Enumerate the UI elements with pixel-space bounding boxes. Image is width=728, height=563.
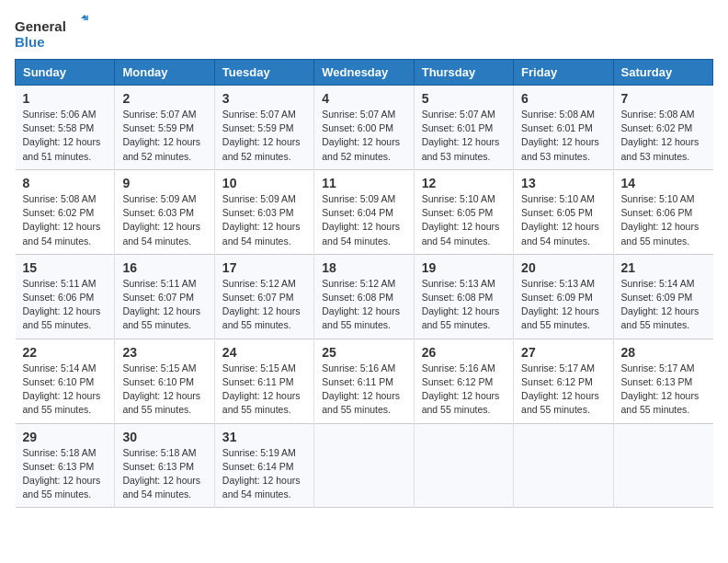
cell-day-29: 29 Sunrise: 5:18 AMSunset: 6:13 PMDaylig… (16, 423, 115, 508)
cell-day-8: 8 Sunrise: 5:08 AMSunset: 6:02 PMDayligh… (16, 169, 115, 254)
cell-day-12: 12 Sunrise: 5:10 AMSunset: 6:05 PMDaylig… (414, 169, 513, 254)
cell-day-13: 13 Sunrise: 5:10 AMSunset: 6:05 PMDaylig… (514, 169, 613, 254)
day-number: 20 (521, 260, 605, 275)
col-friday: Friday (514, 60, 613, 86)
cell-text: Sunrise: 5:18 AMSunset: 6:13 PMDaylight:… (122, 447, 200, 500)
cell-text: Sunrise: 5:12 AMSunset: 6:07 PMDaylight:… (222, 278, 301, 331)
cell-text: Sunrise: 5:13 AMSunset: 6:09 PMDaylight:… (521, 278, 599, 331)
cell-text: Sunrise: 5:07 AMSunset: 6:01 PMDaylight:… (422, 109, 500, 162)
cell-day-11: 11 Sunrise: 5:09 AMSunset: 6:04 PMDaylig… (314, 169, 414, 254)
cell-day-25: 25 Sunrise: 5:16 AMSunset: 6:11 PMDaylig… (314, 339, 414, 423)
day-number: 26 (422, 345, 506, 360)
cell-day-31: 31 Sunrise: 5:19 AMSunset: 6:14 PMDaylig… (214, 423, 313, 508)
cell-day-20: 20 Sunrise: 5:13 AMSunset: 6:09 PMDaylig… (514, 254, 613, 339)
col-tuesday: Tuesday (214, 60, 313, 86)
cell-text: Sunrise: 5:18 AMSunset: 6:13 PMDaylight:… (23, 447, 101, 500)
svg-text:Blue: Blue (15, 34, 45, 50)
cell-day-4: 4 Sunrise: 5:07 AMSunset: 6:00 PMDayligh… (314, 86, 414, 170)
day-number: 28 (621, 345, 706, 360)
header: General Blue (15, 15, 713, 52)
svg-text:General: General (15, 18, 66, 34)
cell-text: Sunrise: 5:08 AMSunset: 6:01 PMDaylight:… (521, 109, 599, 162)
calendar-row-4: 22 Sunrise: 5:14 AMSunset: 6:10 PMDaylig… (16, 339, 713, 423)
cell-day-19: 19 Sunrise: 5:13 AMSunset: 6:08 PMDaylig… (414, 254, 513, 339)
cell-empty (314, 423, 414, 508)
day-number: 11 (322, 176, 405, 190)
logo: General Blue (15, 15, 88, 52)
day-number: 30 (122, 430, 206, 444)
cell-text: Sunrise: 5:15 AMSunset: 6:10 PMDaylight:… (122, 362, 200, 416)
col-saturday: Saturday (613, 60, 712, 86)
cell-text: Sunrise: 5:10 AMSunset: 6:05 PMDaylight:… (422, 193, 500, 247)
day-number: 19 (422, 260, 506, 275)
cell-day-21: 21 Sunrise: 5:14 AMSunset: 6:09 PMDaylig… (613, 254, 712, 339)
cell-day-14: 14 Sunrise: 5:10 AMSunset: 6:06 PMDaylig… (613, 169, 712, 254)
day-number: 8 (23, 176, 108, 190)
cell-day-27: 27 Sunrise: 5:17 AMSunset: 6:12 PMDaylig… (514, 339, 613, 423)
day-number: 18 (322, 260, 405, 275)
cell-text: Sunrise: 5:11 AMSunset: 6:07 PMDaylight:… (122, 278, 200, 331)
cell-day-30: 30 Sunrise: 5:18 AMSunset: 6:13 PMDaylig… (115, 423, 214, 508)
day-number: 6 (521, 91, 605, 106)
day-number: 29 (23, 430, 108, 444)
cell-empty (514, 423, 613, 508)
logo-svg: General Blue (15, 15, 88, 52)
cell-day-26: 26 Sunrise: 5:16 AMSunset: 6:12 PMDaylig… (414, 339, 513, 423)
cell-day-18: 18 Sunrise: 5:12 AMSunset: 6:08 PMDaylig… (314, 254, 414, 339)
cell-text: Sunrise: 5:07 AMSunset: 5:59 PMDaylight:… (122, 109, 200, 162)
col-sunday: Sunday (16, 60, 115, 86)
cell-empty (414, 423, 513, 508)
calendar-row-2: 8 Sunrise: 5:08 AMSunset: 6:02 PMDayligh… (16, 169, 713, 254)
day-number: 31 (222, 430, 306, 444)
day-number: 4 (322, 91, 405, 106)
cell-day-23: 23 Sunrise: 5:15 AMSunset: 6:10 PMDaylig… (115, 339, 214, 423)
day-number: 13 (521, 176, 605, 190)
cell-day-6: 6 Sunrise: 5:08 AMSunset: 6:01 PMDayligh… (514, 86, 613, 170)
cell-text: Sunrise: 5:17 AMSunset: 6:12 PMDaylight:… (521, 362, 599, 416)
cell-text: Sunrise: 5:12 AMSunset: 6:08 PMDaylight:… (322, 278, 400, 331)
cell-text: Sunrise: 5:10 AMSunset: 6:05 PMDaylight:… (521, 193, 599, 247)
day-number: 21 (621, 260, 706, 275)
cell-text: Sunrise: 5:10 AMSunset: 6:06 PMDaylight:… (621, 193, 700, 247)
cell-day-15: 15 Sunrise: 5:11 AMSunset: 6:06 PMDaylig… (16, 254, 115, 339)
cell-empty (613, 423, 712, 508)
cell-text: Sunrise: 5:14 AMSunset: 6:09 PMDaylight:… (621, 278, 700, 331)
day-number: 12 (422, 176, 506, 190)
day-number: 27 (521, 345, 605, 360)
cell-day-5: 5 Sunrise: 5:07 AMSunset: 6:01 PMDayligh… (414, 86, 513, 170)
cell-day-7: 7 Sunrise: 5:08 AMSunset: 6:02 PMDayligh… (613, 86, 712, 170)
col-monday: Monday (115, 60, 214, 86)
day-number: 1 (23, 91, 108, 106)
cell-text: Sunrise: 5:13 AMSunset: 6:08 PMDaylight:… (422, 278, 500, 331)
cell-day-1: 1 Sunrise: 5:06 AMSunset: 5:58 PMDayligh… (16, 86, 115, 170)
col-wednesday: Wednesday (314, 60, 414, 86)
day-number: 25 (322, 345, 405, 360)
day-number: 14 (621, 176, 706, 190)
day-number: 23 (122, 345, 206, 360)
cell-text: Sunrise: 5:09 AMSunset: 6:03 PMDaylight:… (222, 193, 301, 247)
cell-day-2: 2 Sunrise: 5:07 AMSunset: 5:59 PMDayligh… (115, 86, 214, 170)
day-number: 16 (122, 260, 206, 275)
cell-day-3: 3 Sunrise: 5:07 AMSunset: 5:59 PMDayligh… (214, 86, 313, 170)
cell-text: Sunrise: 5:08 AMSunset: 6:02 PMDaylight:… (23, 193, 101, 247)
cell-text: Sunrise: 5:11 AMSunset: 6:06 PMDaylight:… (23, 278, 101, 331)
cell-text: Sunrise: 5:14 AMSunset: 6:10 PMDaylight:… (23, 362, 101, 416)
cell-day-16: 16 Sunrise: 5:11 AMSunset: 6:07 PMDaylig… (115, 254, 214, 339)
cell-day-17: 17 Sunrise: 5:12 AMSunset: 6:07 PMDaylig… (214, 254, 313, 339)
day-number: 24 (222, 345, 306, 360)
cell-text: Sunrise: 5:07 AMSunset: 5:59 PMDaylight:… (222, 109, 301, 162)
cell-day-24: 24 Sunrise: 5:15 AMSunset: 6:11 PMDaylig… (214, 339, 313, 423)
day-number: 22 (23, 345, 108, 360)
cell-day-22: 22 Sunrise: 5:14 AMSunset: 6:10 PMDaylig… (16, 339, 115, 423)
calendar-row-1: 1 Sunrise: 5:06 AMSunset: 5:58 PMDayligh… (16, 86, 713, 170)
cell-text: Sunrise: 5:08 AMSunset: 6:02 PMDaylight:… (621, 109, 700, 162)
cell-text: Sunrise: 5:06 AMSunset: 5:58 PMDaylight:… (23, 109, 101, 162)
cell-text: Sunrise: 5:15 AMSunset: 6:11 PMDaylight:… (222, 362, 301, 416)
day-number: 9 (122, 176, 206, 190)
day-number: 7 (621, 91, 706, 106)
cell-text: Sunrise: 5:09 AMSunset: 6:03 PMDaylight:… (122, 193, 200, 247)
cell-text: Sunrise: 5:16 AMSunset: 6:12 PMDaylight:… (422, 362, 500, 416)
calendar-row-5: 29 Sunrise: 5:18 AMSunset: 6:13 PMDaylig… (16, 423, 713, 508)
day-number: 10 (222, 176, 306, 190)
cell-day-9: 9 Sunrise: 5:09 AMSunset: 6:03 PMDayligh… (115, 169, 214, 254)
